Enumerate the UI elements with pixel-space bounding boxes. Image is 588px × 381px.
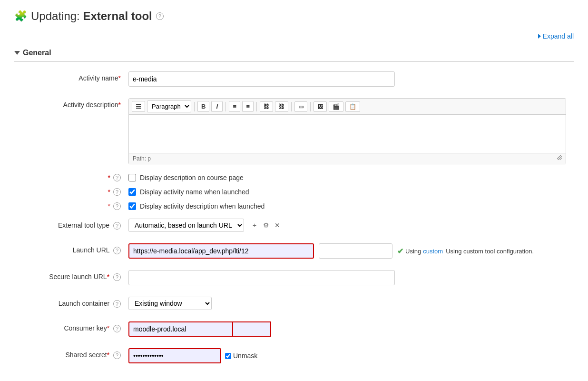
display-description-help-icon[interactable]: ? <box>113 174 121 181</box>
toolbar-separator-3 <box>256 102 257 111</box>
shared-secret-help-icon[interactable]: ? <box>113 351 121 359</box>
toolbar-separator-1 <box>194 102 195 111</box>
display-name-launched-row: * ? Display activity name when launched <box>14 188 574 196</box>
external-tool-type-row: External tool type ? Automatic, based on… <box>14 217 574 234</box>
editor-bold-btn[interactable]: B <box>197 101 209 112</box>
activity-name-label: Activity name* <box>14 71 128 82</box>
launch-url-label: Launch URL ? <box>14 243 128 254</box>
editor-link-btn[interactable]: ⛓ <box>260 101 273 112</box>
secure-launch-url-label: Secure launch URL* ? <box>14 270 128 281</box>
display-description-checkbox-label[interactable]: Display description on course page <box>140 174 244 181</box>
shared-secret-row: Shared secret* ? Unmask <box>14 346 574 365</box>
display-desc-launched-label-area: * ? <box>14 202 128 210</box>
secure-launch-url-row: Secure launch URL* ? <box>14 268 574 287</box>
launch-url-row: Launch URL ? ✔ Using custom Using custom… <box>14 241 574 261</box>
editor-ordered-list-btn[interactable]: ≡ <box>242 101 254 112</box>
activity-name-control <box>128 71 574 87</box>
editor-spacer-btn[interactable]: ▭ <box>294 101 307 112</box>
toolbar-separator-4 <box>291 102 292 111</box>
custom-tool-config-link[interactable]: custom <box>423 248 443 255</box>
edit-tool-btn[interactable]: ⚙ <box>261 221 271 230</box>
launch-url-control: ✔ Using custom Using custom tool configu… <box>128 243 574 259</box>
display-name-launched-checkbox[interactable] <box>128 188 136 196</box>
editor-italic-btn[interactable]: I <box>211 101 223 112</box>
editor-footer: Path: p <box>129 153 566 164</box>
display-desc-launched-checkbox[interactable] <box>128 202 136 210</box>
launch-url-input[interactable] <box>128 243 314 259</box>
launch-container-label: Launch container ? <box>14 297 128 308</box>
toolbar-separator-2 <box>225 102 226 111</box>
launch-container-control: Existing window Embed New window <box>128 297 574 310</box>
rich-text-editor: ☰ Paragraph B I ≡ ≡ ⛓ ⛓ ▭ 🖼 🎬 📋 <box>128 98 566 164</box>
launch-container-select[interactable]: Existing window Embed New window <box>128 297 212 310</box>
launch-url-help-icon[interactable]: ? <box>113 247 121 254</box>
shared-secret-input-row: Unmask <box>128 348 574 363</box>
display-desc-help-icon[interactable]: ? <box>113 202 121 210</box>
shared-secret-input[interactable] <box>128 348 221 363</box>
consumer-key-extra <box>233 321 271 337</box>
external-tool-type-label: External tool type ? <box>14 219 128 230</box>
secure-launch-url-control <box>128 270 574 285</box>
editor-bullet-list-btn[interactable]: ≡ <box>229 101 240 112</box>
external-tool-type-help-icon[interactable]: ? <box>113 222 121 230</box>
display-desc-launched-label[interactable]: Display activity description when launch… <box>140 202 265 210</box>
toolbar-separator-5 <box>310 102 311 111</box>
display-name-help-icon[interactable]: ? <box>113 188 121 196</box>
tool-type-actions: + ⚙ ✕ <box>250 221 282 230</box>
shared-secret-control: Unmask <box>128 348 574 363</box>
editor-format-select[interactable]: Paragraph <box>147 100 191 112</box>
display-name-launched-label-area: * ? <box>14 188 128 196</box>
display-description-checkbox[interactable] <box>128 174 136 181</box>
display-description-row: * ? Display description on course page <box>14 174 574 181</box>
activity-name-input[interactable] <box>128 71 395 87</box>
external-tool-type-select[interactable]: Automatic, based on launch URL <box>128 219 244 232</box>
chevron-right-icon <box>538 34 541 39</box>
activity-name-row: Activity name* <box>14 70 574 89</box>
expand-all-container: Expand all <box>14 32 574 40</box>
section-general-title: General <box>23 49 51 57</box>
secure-launch-url-help-icon[interactable]: ? <box>113 273 121 281</box>
editor-resize-handle[interactable] <box>557 155 562 160</box>
check-green-icon: ✔ <box>397 247 403 256</box>
editor-image-btn[interactable]: 🖼 <box>314 101 327 112</box>
display-name-launched-label[interactable]: Display activity name when launched <box>140 188 249 196</box>
triangle-down-icon <box>14 51 20 55</box>
editor-unlink-btn[interactable]: ⛓ <box>275 101 288 112</box>
consumer-key-label: Consumer key* ? <box>14 321 128 332</box>
activity-description-label: Activity description* <box>14 98 128 109</box>
page-title-area: 🧩 Updating: External tool ? <box>14 10 574 23</box>
launch-url-extra-input[interactable] <box>319 243 392 259</box>
display-desc-launched-row: * ? Display activity description when la… <box>14 202 574 210</box>
puzzle-icon: 🧩 <box>14 10 27 22</box>
remove-tool-btn[interactable]: ✕ <box>273 221 282 230</box>
section-general-header[interactable]: General <box>14 45 574 62</box>
page-title: Updating: External tool <box>31 10 152 23</box>
unmask-checkbox[interactable] <box>225 353 231 359</box>
activity-description-control: ☰ Paragraph B I ≡ ≡ ⛓ ⛓ ▭ 🖼 🎬 📋 <box>128 98 574 164</box>
launch-url-input-row: ✔ Using custom Using custom tool configu… <box>128 243 574 259</box>
consumer-key-input-row <box>128 321 574 337</box>
editor-format-btn[interactable]: ☰ <box>132 101 145 112</box>
shared-secret-label: Shared secret* ? <box>14 348 128 359</box>
consumer-key-help-icon[interactable]: ? <box>113 325 121 332</box>
launch-container-help-icon[interactable]: ? <box>113 300 121 308</box>
editor-body[interactable] <box>129 115 566 153</box>
consumer-key-control <box>128 321 574 337</box>
unmask-label[interactable]: Unmask <box>225 352 257 360</box>
external-tool-type-control: Automatic, based on launch URL + ⚙ ✕ <box>128 219 574 232</box>
page-help-icon[interactable]: ? <box>156 12 164 20</box>
editor-copy-btn[interactable]: 📋 <box>345 101 360 112</box>
editor-video-btn[interactable]: 🎬 <box>329 101 343 112</box>
using-custom-config: ✔ Using custom Using custom tool configu… <box>397 247 534 256</box>
launch-container-row: Launch container ? Existing window Embed… <box>14 295 574 312</box>
expand-all-link[interactable]: Expand all <box>538 32 574 40</box>
display-description-label-area: * ? <box>14 174 128 181</box>
add-tool-btn[interactable]: + <box>250 221 259 230</box>
consumer-key-row: Consumer key* ? <box>14 320 574 339</box>
editor-toolbar: ☰ Paragraph B I ≡ ≡ ⛓ ⛓ ▭ 🖼 🎬 📋 <box>129 99 566 115</box>
consumer-key-input[interactable] <box>128 321 233 337</box>
secure-launch-url-input[interactable] <box>128 270 395 285</box>
activity-description-row: Activity description* ☰ Paragraph B I ≡ … <box>14 96 574 166</box>
